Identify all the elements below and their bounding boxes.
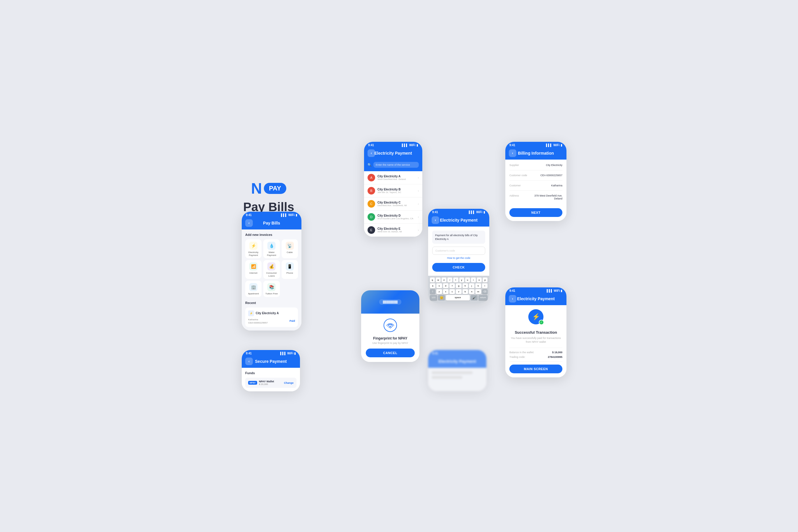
brand-logo: N PAY <box>243 180 294 197</box>
key-v[interactable]: v <box>456 289 461 294</box>
cancel-button[interactable]: CANCEL <box>366 348 415 357</box>
key-k[interactable]: k <box>475 283 481 288</box>
key-t[interactable]: t <box>453 278 458 282</box>
invoice-tuition[interactable]: 📚 Tuition Free <box>263 281 280 297</box>
key-emoji[interactable]: 😊 <box>438 295 445 301</box>
key-c[interactable]: c <box>450 289 455 294</box>
key-x[interactable]: x <box>443 289 449 294</box>
supplier-val: City Electricity <box>546 164 563 167</box>
main-screen-button[interactable]: MAIN SCREEN <box>509 365 563 373</box>
key-d[interactable]: d <box>443 283 449 288</box>
recent-label: Recent <box>245 301 298 305</box>
change-link[interactable]: Change <box>284 381 293 384</box>
fp-header-blur: ████████ <box>361 290 419 314</box>
key-z[interactable]: z <box>436 289 442 294</box>
lightning-icon: ⚡ <box>532 313 540 321</box>
elec-item-c[interactable]: C City Electricity C Deerfield Ave. Sout… <box>364 197 422 211</box>
phone-header-3: ‹ Electricity Payment <box>428 215 489 227</box>
arrow-icon-a: › <box>418 176 419 179</box>
elec-item-b[interactable]: B City Electricity B 364 8th St. Taylors… <box>364 184 422 197</box>
arrow-icon-b: › <box>418 189 419 192</box>
secure-body: Funds NPAY NPAY Wallet $ 20,000 Change <box>242 368 300 391</box>
status-icons-1: ▌▌▌ WiFi ▮ <box>281 213 297 217</box>
key-space[interactable]: space <box>446 295 470 301</box>
key-u[interactable]: u <box>465 278 470 282</box>
back-button-7[interactable]: ‹ <box>509 295 516 303</box>
back-button-2[interactable]: ‹ <box>367 149 375 157</box>
keyboard-section: q w e r t y u i o p a s d f g h j k l <box>428 276 489 303</box>
key-p[interactable]: p <box>482 278 488 282</box>
apartment-icon: 🏢 <box>249 283 258 291</box>
key-a[interactable]: a <box>430 283 435 288</box>
key-j[interactable]: j <box>469 283 474 288</box>
billing-divider-3 <box>509 190 563 191</box>
key-w[interactable]: w <box>436 278 441 282</box>
key-b[interactable]: b <box>462 289 468 294</box>
phone-header-7: ‹ Electricity Payment <box>505 293 567 305</box>
code-input[interactable]: Customer's code <box>432 247 485 255</box>
balance-row: Balance in the wallet: $ 19,000 <box>509 351 563 354</box>
brand-n: N <box>251 180 262 197</box>
key-shift[interactable]: ⇧ <box>430 289 435 294</box>
recent-item[interactable]: ⚡ City Electricity A Katharina CEA 63000… <box>245 307 298 327</box>
kb-row-1: q w e r t y u i o p <box>430 278 488 282</box>
key-r[interactable]: r <box>447 278 452 282</box>
key-m[interactable]: m <box>475 289 481 294</box>
back-button-4[interactable]: ‹ <box>509 149 516 157</box>
back-button-5[interactable]: ‹ <box>245 358 253 365</box>
electricity-label: ElectricityPayment <box>248 251 258 256</box>
key-n[interactable]: n <box>469 289 474 294</box>
next-button[interactable]: NEXT <box>509 208 563 217</box>
elec-item-a[interactable]: A City Electricity A West Deerfield Ave.… <box>364 171 422 184</box>
back-button-1[interactable]: ‹ <box>245 219 253 227</box>
balance-val: $ 19,000 <box>552 351 563 354</box>
elec-item-e[interactable]: E City Electricity E 9946 Elm St. Adrian… <box>364 224 422 237</box>
invoice-internet[interactable]: 📶 Internet <box>245 260 262 279</box>
phone-header-8: Electricity Payment <box>428 356 487 368</box>
phone-fingerprint: ████████ Fingerprint for NPAY Use finger… <box>361 290 419 362</box>
balance-key: Balance in the wallet: <box>509 351 534 354</box>
key-g[interactable]: g <box>456 283 461 288</box>
invoice-phone[interactable]: 📱 Phone <box>282 260 298 279</box>
key-return[interactable]: return <box>478 295 488 301</box>
header-title-3: Electricity Payment <box>440 218 477 223</box>
wifi-icon-2: WiFi <box>409 144 415 147</box>
search-input[interactable]: Enter the name of the service <box>373 162 419 168</box>
signal-icon: ▌▌▌ <box>281 213 287 217</box>
invoice-cable[interactable]: 📡 Cable <box>282 239 298 258</box>
check-button[interactable]: CHECK <box>432 263 485 272</box>
key-delete[interactable]: ⌫ <box>482 289 488 294</box>
invoice-consumer-loans[interactable]: 💰 ConsumerLoans <box>263 260 280 279</box>
key-123[interactable]: 123 <box>430 295 437 301</box>
cable-label: Cable <box>287 251 293 254</box>
key-e[interactable]: e <box>441 278 446 282</box>
key-s[interactable]: s <box>436 283 442 288</box>
internet-label: Internet <box>250 272 258 274</box>
key-y[interactable]: y <box>459 278 464 282</box>
wifi-icon-4: WiFi <box>553 144 559 147</box>
back-button-3[interactable]: ‹ <box>432 216 439 224</box>
paybills-body: Add new invoices ⚡ ElectricityPayment 💧 … <box>242 229 301 330</box>
invoice-apartment[interactable]: 🏢 Apartment <box>245 281 262 297</box>
status-icons-3: ▌▌▌ WiFi ▮ <box>469 211 485 214</box>
key-i[interactable]: i <box>471 278 476 282</box>
success-sub: You have successfully paid for transacti… <box>509 336 563 344</box>
success-title: Successful Transaction <box>509 330 563 335</box>
elec-item-d[interactable]: D City Electricity D 9724 Euclid Lane Lo… <box>364 211 422 224</box>
invoice-water[interactable]: 💧 WaterPayment <box>263 239 280 258</box>
key-mic[interactable]: 🎤 <box>471 295 478 301</box>
invoice-electricity[interactable]: ⚡ ElectricityPayment <box>245 239 262 258</box>
signal-icon-3: ▌▌▌ <box>469 211 475 214</box>
how-to-link[interactable]: How to get the code <box>432 256 485 260</box>
key-f[interactable]: f <box>450 283 455 288</box>
trading-val: 2784100995 <box>548 356 563 358</box>
wallet-name: NPAY Wallet <box>259 380 274 383</box>
key-o[interactable]: o <box>477 278 482 282</box>
key-h[interactable]: h <box>462 283 468 288</box>
time-1: 9:41 <box>246 213 252 217</box>
key-l[interactable]: l <box>482 283 488 288</box>
key-q[interactable]: q <box>430 278 435 282</box>
signal-icon-2: ▌▌▌ <box>402 144 408 147</box>
success-icon-wrap: ⚡ ✓ <box>528 309 544 324</box>
phone-header-1: ‹ Pay Bills <box>242 218 301 229</box>
